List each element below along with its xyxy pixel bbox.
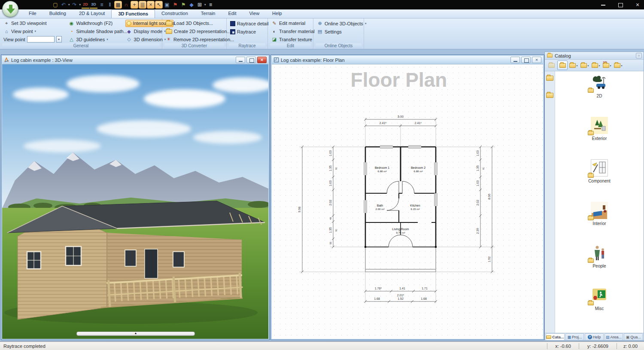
catalog-item-people[interactable]: People <box>580 243 619 286</box>
catalog-item-2d[interactable]: 2D <box>580 73 619 116</box>
redo-dropdown-caret[interactable] <box>79 3 81 6</box>
3d-guidelines-button[interactable]: △ 3D guidelines <box>68 36 120 43</box>
svg-text:91: 91 <box>335 167 337 170</box>
view-rotation-slider[interactable] <box>76 332 195 336</box>
eraser-wedge-icon[interactable]: ◆ <box>188 1 195 9</box>
remove-2d-representation-button[interactable]: ☀ Remove 2D-representation... <box>165 36 235 43</box>
copy-pages-icon[interactable]: ⊞ <box>196 1 204 9</box>
tab-project[interactable]: ▦Proj... <box>565 333 584 340</box>
view-3d-icon[interactable]: 3D <box>90 1 97 9</box>
view-point-combo-caret[interactable] <box>56 36 62 43</box>
undo-icon[interactable]: ↶ <box>60 1 67 9</box>
tab-2d-layout[interactable]: 2D & Layout <box>73 9 112 18</box>
rail-folder-icon[interactable] <box>546 93 553 98</box>
cascade-windows-icon[interactable]: ▣ <box>163 1 171 9</box>
window-close-button[interactable] <box>532 57 541 63</box>
select-add-icon[interactable]: + <box>131 1 138 9</box>
rail-folder-icon[interactable] <box>546 76 553 81</box>
tab-3d-functions[interactable]: 3D Functions <box>111 9 155 18</box>
window-maximize-button[interactable] <box>521 57 531 63</box>
workspace: Log cabin example : 3D-View <box>0 49 644 341</box>
tab-file[interactable]: File <box>22 9 43 18</box>
light-bulb-icon <box>127 21 131 26</box>
app-title-bar[interactable]: ▢ ↶ ↷ 2D 3D ≡ ‖ ▦ ∩ + ||| × ↖ ▣ ⚑ ⚑ ◆ ⊞ … <box>0 0 644 9</box>
tab-catalog[interactable]: Cata... <box>546 333 565 340</box>
view-point-combobox[interactable] <box>27 36 55 43</box>
quick-access-toolbar: ▢ ↶ ↷ 2D 3D ≡ ‖ ▦ ∩ + ||| × ↖ ▣ ⚑ ⚑ ◆ ⊞ … <box>52 0 215 9</box>
catalog-item-component[interactable]: Component <box>580 158 619 201</box>
raytrace-button[interactable]: Raytrace <box>229 28 269 35</box>
tab-view[interactable]: View <box>243 9 266 18</box>
catalog-objects-button[interactable] <box>557 61 568 70</box>
load-3d-objects-button[interactable]: Load 3D Objects... <box>165 20 235 27</box>
catalog-pin-button[interactable]: ○ <box>636 53 642 58</box>
pages-dropdown-caret[interactable] <box>204 3 206 6</box>
3d-view-title-bar[interactable]: Log cabin example : 3D-View <box>2 56 268 64</box>
catalog-item-interior[interactable]: Interior <box>580 201 619 243</box>
tab-area[interactable]: ▤Area... <box>605 333 623 340</box>
catalog-item-exterior[interactable]: Exterior <box>580 116 619 158</box>
view-point-button[interactable]: ⌂ View point <box>3 28 63 35</box>
window-close-button[interactable] <box>257 57 267 63</box>
customize-toolbar-icon[interactable]: ≡ <box>207 1 215 9</box>
tab-edit[interactable]: Edit <box>222 9 243 18</box>
new-icon[interactable]: ▢ <box>52 1 59 9</box>
group-label-edit: Edit <box>270 43 311 49</box>
magnet-icon[interactable]: ∩ <box>122 1 130 9</box>
window-minimize-button[interactable] <box>236 57 245 63</box>
undo-dropdown-caret[interactable] <box>68 3 70 6</box>
edit-material-button[interactable]: ✎ Edit material <box>270 20 316 27</box>
catalog-materials-button[interactable] <box>568 61 579 70</box>
split-vertical-icon[interactable]: ‖ <box>106 1 114 9</box>
3d-render-view[interactable] <box>2 64 268 339</box>
transfer-texture-button[interactable]: ◪ Transfer texture <box>270 36 316 43</box>
set-3d-viewpoint-button[interactable]: ⌖ Set 3D viewpoint <box>3 20 63 27</box>
floor-plan-title: Log cabin example: Floor Plan <box>281 58 345 63</box>
tab-help[interactable]: Help <box>585 333 604 340</box>
project-tree-icon: ▦ <box>567 335 571 339</box>
simulate-shadow-button[interactable]: ◔ Simulate Shadow path... <box>68 28 120 35</box>
app-menu-button[interactable] <box>2 1 18 17</box>
catalog-header[interactable]: Catalog ○ <box>545 52 644 60</box>
ribbon-group-raytrace: Raytrace detail Raytrace Raytrace <box>227 18 268 49</box>
grid-icon[interactable]: ▦ <box>114 1 122 9</box>
window-minimize-button[interactable] <box>510 57 520 63</box>
minimize-icon[interactable] <box>600 2 606 8</box>
catalog-textures-button[interactable] <box>580 61 590 70</box>
svg-text:2.02: 2.02 <box>476 200 479 206</box>
measure-icon[interactable]: × <box>147 1 155 9</box>
catalog-item-misc[interactable]: Misc <box>580 286 619 328</box>
redo-icon[interactable]: ↷ <box>71 1 79 9</box>
online-3d-objects-button[interactable]: ⊕ Online 3D-Objects <box>316 20 367 27</box>
svg-text:9.98: 9.98 <box>298 207 301 213</box>
view-2d-icon[interactable]: 2D <box>82 1 89 9</box>
red-flag-icon[interactable]: ⚑ <box>171 1 179 9</box>
close-icon[interactable] <box>635 2 641 8</box>
remove-burst-icon: ☀ <box>166 37 172 43</box>
catalog-misc-folder-button[interactable] <box>613 61 623 70</box>
catalog-2d-button[interactable]: 2D <box>602 61 612 70</box>
floor-plan-title-bar[interactable]: Log cabin example: Floor Plan <box>272 56 543 64</box>
tab-quantities[interactable]: ▣Qua... <box>624 333 643 340</box>
pointer-icon[interactable]: ↖ <box>155 1 163 9</box>
tab-terrain[interactable]: Terrain <box>194 9 222 18</box>
online-settings-button[interactable]: ▤ Settings <box>316 28 367 35</box>
2d-category-icon <box>589 73 609 93</box>
transfer-material-button[interactable]: ◐ Transfer material <box>270 28 316 35</box>
tab-building[interactable]: Building <box>43 9 73 18</box>
tab-construction[interactable]: Construction <box>155 9 194 18</box>
create-2d-representation-button[interactable]: Create 2D representation... <box>165 28 235 35</box>
raytrace-detail-button[interactable]: Raytrace detail <box>229 20 269 27</box>
tab-help[interactable]: Help <box>266 9 289 18</box>
svg-text:6.88 m²: 6.88 m² <box>414 170 423 173</box>
svg-text:9.75 m²: 9.75 m² <box>396 231 405 234</box>
walkthrough-button[interactable]: ◉ Walkthrough (F2) <box>68 20 120 27</box>
guides-icon[interactable]: ||| <box>139 1 146 9</box>
maximize-icon[interactable] <box>617 2 623 8</box>
split-horizontal-icon[interactable]: ≡ <box>98 1 106 9</box>
catalog-back-button[interactable] <box>546 61 556 70</box>
window-restore-button[interactable] <box>246 57 256 63</box>
catalog-online-button[interactable] <box>591 61 601 70</box>
green-flag-icon[interactable]: ⚑ <box>179 1 187 9</box>
floor-plan-canvas[interactable]: Floor Plan <box>272 64 543 339</box>
